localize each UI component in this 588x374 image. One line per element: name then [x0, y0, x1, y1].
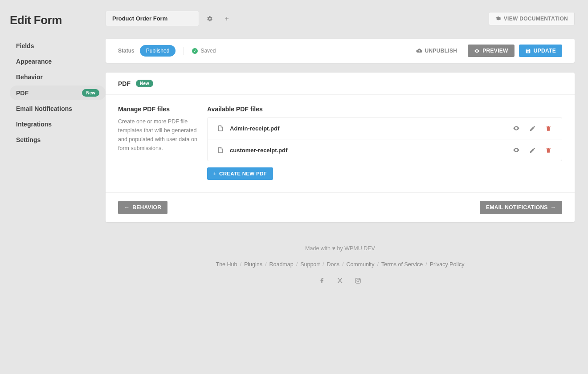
- graduation-cap-icon: [495, 16, 501, 21]
- view-docs-label: View Documentation: [504, 16, 568, 22]
- pdf-file-row: Admin-receipt.pdf: [208, 118, 562, 139]
- sidebar-item-integrations[interactable]: Integrations: [10, 117, 106, 131]
- arrow-right-icon: →: [551, 204, 556, 211]
- sidebar-item-behavior[interactable]: Behavior: [10, 70, 106, 84]
- cloud-upload-icon: [416, 48, 422, 54]
- file-icon: [217, 125, 224, 132]
- preview-button[interactable]: Preview: [468, 45, 514, 57]
- available-pdf-panel: Available PDF files Admin-receipt.pdf: [207, 106, 562, 180]
- page-title: Edit Form: [10, 10, 106, 27]
- eye-icon[interactable]: [513, 146, 520, 154]
- arrow-left-icon: ←: [124, 204, 130, 211]
- pdf-file-list: Admin-receipt.pdf: [207, 117, 562, 161]
- check-icon: ✓: [192, 48, 198, 54]
- pencil-icon[interactable]: [529, 146, 536, 154]
- section-badge: New: [136, 80, 153, 87]
- footer-link[interactable]: The Hub: [216, 261, 237, 268]
- view-docs-button[interactable]: View Documentation: [489, 12, 575, 25]
- manage-description: Manage PDF files Create one or more PDF …: [118, 106, 207, 180]
- footer-made: Made with ♥ by WPMU DEV: [106, 245, 575, 252]
- pencil-icon[interactable]: [529, 125, 536, 132]
- form-name-input[interactable]: [106, 11, 199, 26]
- eye-icon: [474, 48, 480, 54]
- footer-link[interactable]: Support: [300, 261, 320, 268]
- new-badge: New: [82, 89, 99, 97]
- sidebar: Fields Appearance Behavior PDF New Email…: [10, 27, 106, 284]
- footer-link[interactable]: Plugins: [244, 261, 262, 268]
- plus-icon: +: [213, 171, 216, 176]
- pdf-file-name: Admin-receipt.pdf: [230, 125, 506, 132]
- sidebar-item-email-notifications[interactable]: Email Notifications: [10, 102, 106, 116]
- x-icon[interactable]: [337, 277, 343, 284]
- footer-link[interactable]: Terms of Service: [381, 261, 423, 268]
- footer-link[interactable]: Privacy Policy: [430, 261, 465, 268]
- status-bar: Status Published ✓ Saved Unpublish: [106, 39, 575, 63]
- footer-link[interactable]: Roadmap: [269, 261, 293, 268]
- facebook-icon[interactable]: [319, 277, 325, 284]
- trash-icon[interactable]: [545, 146, 552, 154]
- sidebar-item-settings[interactable]: Settings: [10, 133, 106, 147]
- save-icon: [525, 48, 531, 54]
- eye-icon[interactable]: [513, 125, 520, 132]
- pdf-file-name: customer-receipt.pdf: [230, 147, 506, 154]
- section-title: PDF: [118, 80, 131, 87]
- header: View Documentation: [106, 10, 575, 27]
- next-section-button[interactable]: Email Notifications →: [480, 201, 562, 214]
- sidebar-item-fields[interactable]: Fields: [10, 39, 106, 53]
- status-pill: Published: [140, 45, 176, 57]
- create-pdf-button[interactable]: + Create New PDF: [207, 167, 273, 180]
- trash-icon[interactable]: [545, 125, 552, 132]
- svg-point-1: [357, 280, 359, 282]
- saved-indicator: ✓ Saved: [192, 48, 216, 54]
- unpublish-button[interactable]: Unpublish: [410, 45, 464, 57]
- footer: Made with ♥ by WPMU DEV The Hub/ Plugins…: [106, 232, 575, 284]
- status-label: Status: [118, 48, 135, 54]
- heart-icon: ♥: [332, 245, 335, 252]
- pdf-file-row: customer-receipt.pdf: [208, 139, 562, 161]
- footer-link[interactable]: Community: [346, 261, 374, 268]
- plus-icon[interactable]: [220, 12, 233, 25]
- manage-title: Manage PDF files: [118, 106, 207, 113]
- footer-social: [106, 277, 575, 284]
- manage-desc: Create one or more PDF file templates th…: [118, 117, 207, 153]
- footer-links: The Hub/ Plugins/ Roadmap/ Support/ Docs…: [106, 261, 575, 268]
- prev-section-button[interactable]: ← Behavior: [118, 201, 167, 214]
- instagram-icon[interactable]: [355, 277, 361, 284]
- svg-point-2: [359, 279, 359, 279]
- gear-icon[interactable]: [204, 12, 216, 25]
- footer-link[interactable]: Docs: [327, 261, 339, 268]
- divider: [184, 47, 184, 55]
- sidebar-item-appearance[interactable]: Appearance: [10, 54, 106, 69]
- available-title: Available PDF files: [207, 106, 562, 113]
- pdf-section: PDF New Manage PDF files Create one or m…: [106, 73, 575, 222]
- update-button[interactable]: Update: [519, 45, 562, 57]
- sidebar-item-pdf[interactable]: PDF New: [10, 85, 106, 100]
- file-icon: [217, 146, 224, 154]
